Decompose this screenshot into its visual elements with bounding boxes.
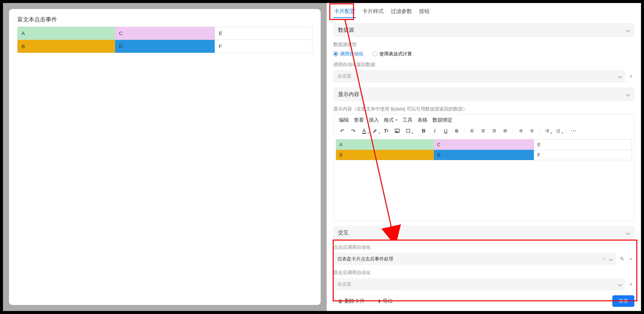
dblclick-automation-label: 双击后调用自动化 [333,269,634,276]
download-icon [378,298,381,304]
cell-c[interactable]: C [115,27,215,40]
radio-use-expression[interactable]: 使用表达式计算 [373,51,412,57]
add-dblclick-automation-button[interactable] [628,281,634,288]
menu-edit[interactable]: 编辑 [339,117,349,123]
align-center-icon[interactable] [480,127,486,134]
config-panel: 卡片配置 卡片样式 过滤参数 按钮 数据源 数据源类型 调用自动化 使用表达式计… [327,3,641,311]
tab-button[interactable]: 按钮 [418,5,430,18]
chevron-down-icon [610,256,612,262]
image-icon[interactable] [394,127,400,134]
indent-increase-icon[interactable] [528,127,535,134]
cell-b[interactable]: B [18,40,115,53]
radio-call-automation[interactable]: 调用自动化 [333,51,363,57]
align-right-icon[interactable] [491,127,498,134]
automation-return-label: 调用自动化返回数据 [333,61,634,68]
menu-insert[interactable]: 插入 [369,117,379,123]
tab-card-config[interactable]: 卡片配置 [333,5,356,18]
editor-toolbar: ↶ ↷ A Tx B I U S [334,126,634,137]
radio-auto-label: 调用自动化 [340,51,363,57]
more-icon[interactable] [570,127,577,134]
bullet-list-icon[interactable] [544,127,550,134]
export-label: 导出 [383,298,393,304]
svg-point-22 [546,129,546,130]
click-automation-label: 点击后调用自动化 [333,244,634,250]
svg-text:3: 3 [556,131,557,133]
svg-marker-21 [530,130,531,131]
tab-card-style[interactable]: 卡片样式 [362,5,384,18]
clear-format-icon[interactable]: Tx [383,127,390,134]
numbered-list-icon[interactable]: 123 [555,127,562,134]
radio-dot-icon [373,52,377,56]
radio-expr-label: 使用表达式计算 [379,51,412,57]
datasource-type-label: 数据源类型 [333,41,634,48]
clear-icon[interactable]: × [602,256,605,262]
editor-cell-b[interactable]: B [336,150,434,160]
svg-marker-17 [519,130,520,131]
editor-cell-e[interactable]: E [534,139,632,150]
select-placeholder: 未设置 [337,73,351,79]
strikethrough-icon[interactable]: S [453,127,460,134]
preview-title: 富文本点击事件 [17,16,312,23]
menu-view[interactable]: 查看 [354,117,364,123]
trash-icon [338,298,343,304]
delete-card-label: 删除卡片 [344,298,364,304]
footer-buttons: 删除卡片 导出 保存 [333,295,634,307]
editor-table: A C E B D F [336,139,632,160]
delete-card-button[interactable]: 删除卡片 [333,295,369,307]
redo-icon[interactable]: ↷ [350,127,356,134]
cell-d[interactable]: D [115,40,215,53]
underline-icon[interactable]: U [442,127,449,134]
italic-icon[interactable]: I [431,127,438,134]
chevron-down-icon [627,92,630,97]
cell-f[interactable]: F [215,40,312,53]
display-tip: 显示内容（在富文本中使用 ${data} 可以引用数据源返回的数据） [333,106,634,112]
section-display-header[interactable]: 显示内容 [333,87,634,101]
export-button[interactable]: 导出 [373,295,398,307]
menu-table[interactable]: 表格 [418,117,428,123]
preview-table: A C E B D F [17,27,312,53]
cell-e[interactable]: E [215,27,312,40]
separator [566,128,566,133]
edit-click-automation-button[interactable] [619,256,625,262]
svg-rect-1 [406,129,410,132]
svg-point-24 [546,132,546,132]
section-interaction-title: 交互 [338,229,349,236]
separator [539,128,540,133]
automation-return-select[interactable]: 未设置 [333,70,625,82]
text-color-icon[interactable]: A [361,127,368,134]
highlight-icon[interactable] [372,127,378,134]
section-interaction-header[interactable]: 交互 [333,226,634,240]
align-justify-icon[interactable] [502,127,508,134]
add-automation-button[interactable] [628,73,634,80]
bold-icon[interactable]: B [420,127,427,134]
click-automation-select[interactable]: 仪表盘卡片点击后事件处理 × [333,253,616,265]
preview-card: 富文本点击事件 A C E B D F [9,9,321,305]
radio-dot-icon [333,52,338,56]
editor-cell-c[interactable]: C [434,139,534,150]
config-tabs: 卡片配置 卡片样式 过滤参数 按钮 [333,3,634,18]
editor-menubar: 编辑 查看 插入 格式 工具 表格 数据绑定 [334,114,634,126]
editor-cell-d[interactable]: D [434,150,534,160]
save-button[interactable]: 保存 [612,295,634,307]
menu-tools[interactable]: 工具 [402,117,412,123]
border-icon[interactable] [405,127,412,134]
editor-cell-f[interactable]: F [534,150,632,160]
menu-format[interactable]: 格式 [384,117,398,123]
align-left-icon[interactable] [469,127,476,134]
chevron-down-icon [618,282,621,287]
cell-a[interactable]: A [18,27,115,40]
preview-panel: 富文本点击事件 A C E B D F [3,3,327,311]
svg-point-23 [546,130,546,131]
undo-icon[interactable]: ↶ [339,127,346,134]
editor-content-area[interactable]: A C E B D F [334,137,634,163]
menu-databind[interactable]: 数据绑定 [432,117,452,123]
editor-cell-a[interactable]: A [336,139,434,150]
indent-decrease-icon[interactable] [517,127,524,134]
section-datasource-header[interactable]: 数据源 [333,23,634,37]
dblclick-automation-select[interactable]: 未设置 [333,278,625,290]
separator [464,128,464,133]
add-click-automation-button[interactable] [628,256,634,262]
tab-filter-params[interactable]: 过滤参数 [390,5,413,18]
chevron-down-icon [627,27,630,33]
section-display-title: 显示内容 [338,91,359,98]
